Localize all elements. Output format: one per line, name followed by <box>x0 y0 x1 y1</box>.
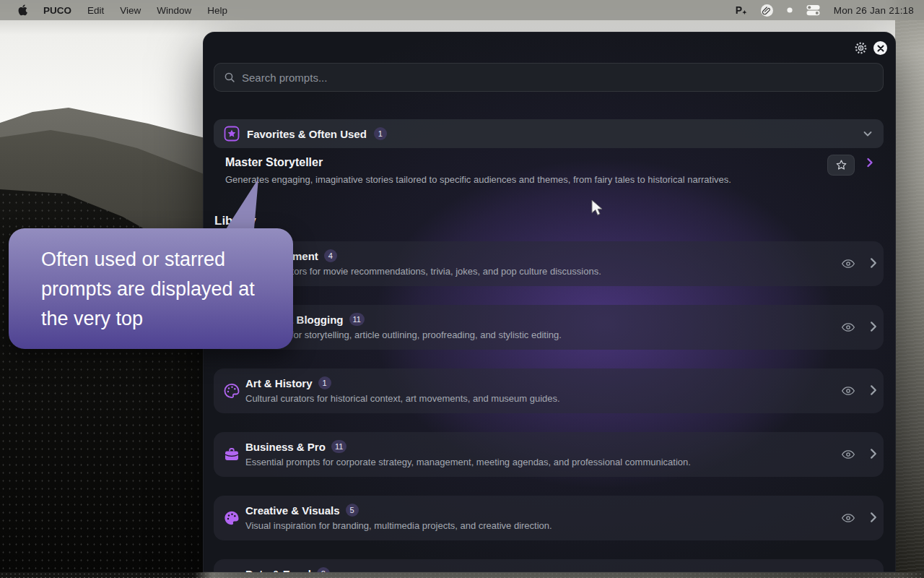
sparkle-icon: ✦ <box>742 9 747 16</box>
favorites-section-header[interactable]: Favorites & Often Used 1 <box>214 119 884 148</box>
dot-status-icon[interactable] <box>787 7 793 13</box>
category-description: Essential prompts for corporate strategy… <box>245 457 797 467</box>
category-row-creative-visuals[interactable]: Creative & Visuals 5 Visual inspiration … <box>214 496 884 540</box>
chevron-right-icon[interactable] <box>867 256 880 272</box>
category-count-badge: 11 <box>331 440 346 453</box>
search-bar[interactable] <box>214 63 884 92</box>
tooltip-text: Often used or starred prompts are displa… <box>9 228 293 334</box>
category-row-entertainment[interactable]: Entertainment 4 Commentators for movie r… <box>214 241 884 286</box>
wallpaper-right-wall <box>895 0 924 578</box>
preview-eye-icon[interactable] <box>841 320 855 337</box>
category-text: Writing & Blogging 11 Assistants for sto… <box>245 313 797 340</box>
preview-eye-icon[interactable] <box>841 384 855 401</box>
category-count-badge: 2 <box>317 567 330 572</box>
category-title: Data & Excel <box>245 568 311 573</box>
briefcase-icon <box>223 446 240 463</box>
category-text: Entertainment 4 Commentators for movie r… <box>245 249 797 277</box>
paperclip-status-icon[interactable] <box>761 4 773 17</box>
menu-bar-clock[interactable]: Mon 26 Jan 21:18 <box>834 5 914 16</box>
preview-eye-icon[interactable] <box>841 511 855 528</box>
favorites-count-badge: 1 <box>374 127 387 140</box>
category-text: Business & Pro 11 Essential prompts for … <box>245 440 797 467</box>
category-row-business-pro[interactable]: Business & Pro 11 Essential prompts for … <box>214 432 884 477</box>
category-title: Business & Pro <box>245 441 326 453</box>
category-count-badge: 5 <box>346 504 359 517</box>
apple-logo-icon <box>18 4 27 16</box>
category-count-badge: 11 <box>349 313 365 326</box>
wallpaper-bottom-strip <box>0 572 924 578</box>
menu-edit[interactable]: Edit <box>79 5 112 16</box>
category-row-writing-blogging[interactable]: Writing & Blogging 11 Assistants for sto… <box>214 305 884 350</box>
menu-bar-status-area: P✦ Mon 26 Jan 21:18 <box>736 4 914 17</box>
open-prompt-chevron-icon[interactable] <box>864 157 876 171</box>
mouse-cursor <box>590 199 606 217</box>
close-icon <box>877 45 884 52</box>
preview-eye-icon[interactable] <box>841 447 855 465</box>
settings-gear-icon[interactable] <box>854 41 868 55</box>
category-title: Creative & Visuals <box>245 504 340 517</box>
prompt-description: Generates engaging, imaginative stories … <box>214 169 884 185</box>
control-center-icon[interactable] <box>806 4 820 16</box>
menu-window[interactable]: Window <box>149 5 199 16</box>
category-text: Creative & Visuals 5 Visual inspiration … <box>245 504 797 531</box>
menu-bar: PUCO Edit View Window Help P✦ Mon 26 Jan… <box>0 0 924 20</box>
category-text: Data & Excel 2 <box>245 567 797 572</box>
onboarding-tooltip: Often used or starred prompts are displa… <box>9 228 293 349</box>
chevron-right-icon[interactable] <box>867 384 880 400</box>
chevron-right-icon[interactable] <box>867 447 880 463</box>
apple-menu[interactable] <box>10 4 35 16</box>
favorites-section-title: Favorites & Often Used <box>247 128 367 140</box>
category-description: Visual inspiration for branding, multime… <box>245 520 797 531</box>
star-toggle-button[interactable] <box>827 155 855 176</box>
category-title: Art & History <box>245 377 313 389</box>
palette-icon <box>223 382 240 400</box>
category-count-badge: 1 <box>318 376 331 389</box>
close-button[interactable] <box>873 41 887 55</box>
star-outline-icon <box>835 159 847 171</box>
tooltip-tail <box>217 176 267 230</box>
category-row-data-excel[interactable]: Data & Excel 2 <box>214 559 884 572</box>
menu-view[interactable]: View <box>112 5 149 16</box>
app-window: Favorites & Often Used 1 Master Storytel… <box>203 32 896 572</box>
category-description: Commentators for movie recommendations, … <box>245 266 797 277</box>
chevron-right-icon[interactable] <box>867 320 880 336</box>
chevron-down-icon[interactable] <box>862 128 873 139</box>
prompt-app-status-icon[interactable]: P✦ <box>736 4 747 16</box>
category-description: Assistants for storytelling, article out… <box>245 329 797 340</box>
app-menu-title[interactable]: PUCO <box>35 5 79 16</box>
category-description: Cultural curators for historical context… <box>245 393 797 404</box>
menu-help[interactable]: Help <box>199 5 235 16</box>
favorites-star-icon <box>224 126 240 142</box>
palette-icon <box>223 509 240 527</box>
category-row-art-history[interactable]: Art & History 1 Cultural curators for hi… <box>214 368 884 413</box>
menu-bar-left: PUCO Edit View Window Help <box>10 4 235 16</box>
category-text: Art & History 1 Cultural curators for hi… <box>245 376 797 404</box>
chevron-right-icon[interactable] <box>867 511 880 527</box>
category-count-badge: 4 <box>324 249 337 262</box>
preview-eye-icon[interactable] <box>841 256 855 274</box>
favorite-prompt-row[interactable]: Master Storyteller Generates engaging, i… <box>214 152 884 194</box>
prompt-title: Master Storyteller <box>214 152 884 169</box>
search-input[interactable] <box>242 72 873 84</box>
search-icon <box>224 72 235 83</box>
